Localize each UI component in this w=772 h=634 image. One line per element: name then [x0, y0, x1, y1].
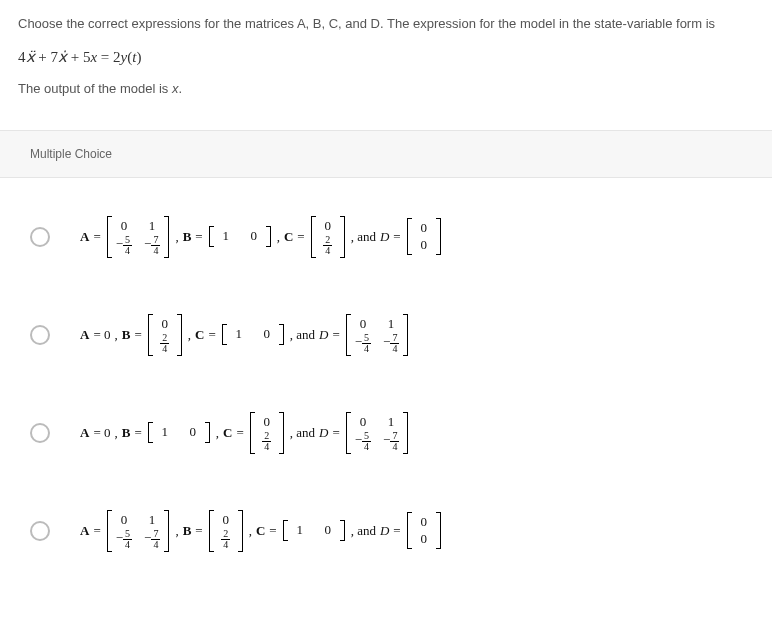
question-text: Choose the correct expressions for the m…: [0, 0, 772, 130]
choice-expression: A = 01−54−74, B = 024, C = 10, and D = 0…: [80, 510, 443, 552]
choice-opt-d[interactable]: A = 01−54−74, B = 024, C = 10, and D = 0…: [0, 482, 772, 580]
radio-opt-a[interactable]: [30, 227, 50, 247]
choice-expression: A = 01−54−74, B = 10, C = 024, and D = 0…: [80, 216, 443, 258]
choice-expression: A = 0, B = 10, C = 024, and D = 01−54−74: [80, 412, 410, 454]
question-prompt: Choose the correct expressions for the m…: [18, 14, 754, 35]
question-output-line: The output of the model is x.: [18, 79, 754, 100]
radio-opt-d[interactable]: [30, 521, 50, 541]
choice-opt-b[interactable]: A = 0, B = 024, C = 10, and D = 01−54−74: [0, 286, 772, 384]
radio-opt-b[interactable]: [30, 325, 50, 345]
question-equation: 4ẍ + 7ẋ + 5x = 2y(t): [18, 45, 754, 69]
section-label: Multiple Choice: [0, 130, 772, 178]
choice-opt-a[interactable]: A = 01−54−74, B = 10, C = 024, and D = 0…: [0, 188, 772, 286]
choice-opt-c[interactable]: A = 0, B = 10, C = 024, and D = 01−54−74: [0, 384, 772, 482]
choice-expression: A = 0, B = 024, C = 10, and D = 01−54−74: [80, 314, 410, 356]
radio-opt-c[interactable]: [30, 423, 50, 443]
choices-list: A = 01−54−74, B = 10, C = 024, and D = 0…: [0, 178, 772, 600]
